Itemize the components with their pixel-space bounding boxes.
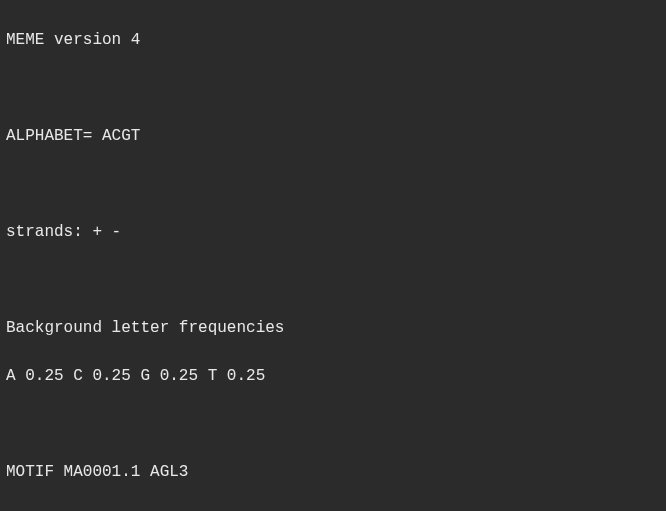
alphabet-line: ALPHABET= ACGT [6, 124, 660, 148]
terminal-output: MEME version 4 ALPHABET= ACGT strands: +… [0, 0, 666, 511]
blank-line [6, 268, 660, 292]
blank-line [6, 172, 660, 196]
strands-line: strands: + - [6, 220, 660, 244]
bg-values: A 0.25 C 0.25 G 0.25 T 0.25 [6, 364, 660, 388]
blank-line [6, 76, 660, 100]
blank-line [6, 412, 660, 436]
bg-title: Background letter frequencies [6, 316, 660, 340]
meme-version-line: MEME version 4 [6, 28, 660, 52]
motif-title: MOTIF MA0001.1 AGL3 [6, 460, 660, 484]
